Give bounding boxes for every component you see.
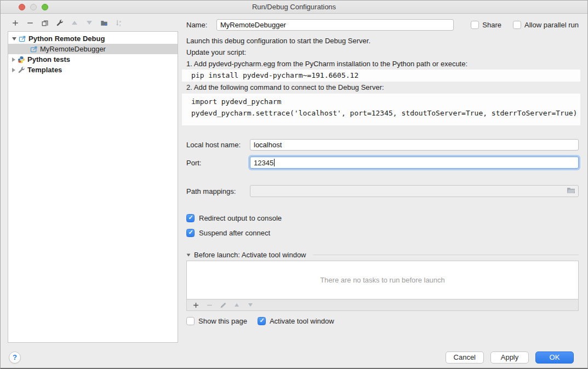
expand-toggle-icon[interactable] xyxy=(12,68,15,72)
allow-parallel-run-checkbox[interactable] xyxy=(513,21,521,29)
description-update-line: Update your script: xyxy=(186,47,579,58)
local-host-label: Local host name: xyxy=(186,141,250,149)
move-up-button[interactable] xyxy=(70,19,79,27)
expand-toggle-icon[interactable] xyxy=(12,57,15,62)
allow-parallel-run-label: Allow parallel run xyxy=(524,21,579,29)
before-launch-task-list[interactable]: There are no tasks to run before launch xyxy=(186,261,579,299)
share-options: Share Allow parallel run xyxy=(471,21,579,29)
description-step2: 2. Add the following command to connect … xyxy=(186,82,579,93)
local-host-input[interactable] xyxy=(250,139,579,151)
suspend-after-connect-row: Suspend after connect xyxy=(186,228,579,237)
arrow-down-icon xyxy=(87,21,92,25)
remote-debug-config-icon xyxy=(19,35,26,43)
help-button[interactable]: ? xyxy=(9,351,21,364)
run-debug-configurations-dialog: Run/Debug Configurations xyxy=(0,0,588,369)
local-host-row: Local host name: xyxy=(186,139,579,151)
pip-install-command: pip install pydevd-pycharm~=191.6605.12 xyxy=(182,70,580,82)
sort-configurations-button[interactable]: az xyxy=(115,19,123,27)
suspend-after-connect-checkbox[interactable] xyxy=(186,229,195,237)
pencil-icon xyxy=(220,302,227,309)
add-task-button[interactable] xyxy=(192,301,199,309)
arrow-up-icon xyxy=(72,21,77,25)
sort-alphabetically-icon: az xyxy=(115,19,123,27)
cancel-button[interactable]: Cancel xyxy=(446,351,484,364)
configurations-tree: Python Remote Debug MyRemoteDebugger Pyt… xyxy=(8,31,178,343)
collapse-toggle-icon[interactable] xyxy=(187,253,191,256)
titlebar: Run/Debug Configurations xyxy=(1,1,587,14)
plus-icon xyxy=(12,19,19,27)
create-folder-button[interactable] xyxy=(100,19,109,27)
path-mappings-row: Path mappings: xyxy=(186,184,579,198)
tree-item-python-remote-debug[interactable]: Python Remote Debug xyxy=(8,33,178,44)
show-this-page-label: Show this page xyxy=(198,317,247,325)
port-label: Port: xyxy=(186,159,250,167)
traffic-lights xyxy=(19,4,48,10)
tree-item-python-tests[interactable]: Python tests xyxy=(8,54,178,65)
tree-item-label: Python Remote Debug xyxy=(28,34,105,43)
description-step1: 1. Add pydevd-pycharm.egg from the PyCha… xyxy=(186,58,579,70)
minimize-window-button[interactable] xyxy=(30,4,37,10)
move-task-up-button[interactable] xyxy=(233,301,241,309)
python-tests-icon xyxy=(18,56,25,64)
text-caret xyxy=(274,159,275,166)
path-mappings-browse-button[interactable] xyxy=(566,187,575,195)
suspend-after-connect-label: Suspend after connect xyxy=(199,229,270,237)
name-row: Name: Share Allow parallel run xyxy=(186,19,579,31)
minus-icon xyxy=(26,19,34,27)
configurations-sidebar: az Python Remote Debug MyRemoteDebugger … xyxy=(1,14,182,347)
question-mark-icon: ? xyxy=(13,353,17,361)
ok-button[interactable]: OK xyxy=(535,351,574,364)
close-window-button[interactable] xyxy=(19,4,25,10)
port-input[interactable]: 12345 xyxy=(250,157,579,169)
edit-templates-button[interactable] xyxy=(55,19,64,27)
svg-text:z: z xyxy=(119,22,121,26)
settrace-snippet-line2: pydevd_pycharm.settrace('localhost', por… xyxy=(191,107,580,119)
settrace-snippet: import pydevd_pycharm pydevd_pycharm.set… xyxy=(182,94,580,125)
arrow-up-icon xyxy=(235,303,239,307)
copy-icon xyxy=(41,19,49,27)
apply-button[interactable]: Apply xyxy=(490,351,529,364)
dialog-footer: ? Cancel Apply OK xyxy=(1,347,587,368)
share-label: Share xyxy=(482,21,501,29)
tree-item-label: Python tests xyxy=(27,55,70,64)
page-options-row: Show this page Activate tool window xyxy=(186,316,579,326)
minus-icon xyxy=(206,302,213,309)
collapse-toggle-icon[interactable] xyxy=(12,37,16,41)
wrench-icon xyxy=(18,66,25,74)
before-launch-toolbar xyxy=(186,299,579,311)
redirect-output-label: Redirect output to console xyxy=(199,214,282,222)
path-mappings-input[interactable] xyxy=(250,185,579,197)
plus-icon xyxy=(192,302,199,309)
remove-task-button[interactable] xyxy=(205,301,213,309)
show-this-page-checkbox[interactable] xyxy=(186,317,195,325)
move-down-button[interactable] xyxy=(85,19,94,27)
share-checkbox[interactable] xyxy=(471,21,479,29)
copy-configuration-button[interactable] xyxy=(41,19,49,27)
port-value: 12345 xyxy=(254,159,273,167)
configuration-editor: Name: Share Allow parallel run Launch th… xyxy=(182,14,587,347)
folder-plus-icon xyxy=(100,19,108,27)
dialog-body: az Python Remote Debug MyRemoteDebugger … xyxy=(1,14,587,347)
tree-item-label: Templates xyxy=(27,66,62,74)
wrench-icon xyxy=(56,19,64,27)
name-input[interactable] xyxy=(216,19,454,31)
tree-item-myremotedebugger[interactable]: MyRemoteDebugger xyxy=(8,44,178,54)
edit-task-button[interactable] xyxy=(219,301,227,309)
remove-configuration-button[interactable] xyxy=(26,19,35,27)
activate-tool-window-checkbox[interactable] xyxy=(258,317,266,325)
tree-item-templates[interactable]: Templates xyxy=(8,65,178,75)
zoom-window-button[interactable] xyxy=(42,4,48,10)
arrow-down-icon xyxy=(248,303,253,307)
description-launch-line: Launch this debug configuration to start… xyxy=(186,35,579,47)
window-title: Run/Debug Configurations xyxy=(1,3,587,11)
before-launch-empty-text: There are no tasks to run before launch xyxy=(320,276,445,284)
path-mappings-label: Path mappings: xyxy=(186,187,250,195)
redirect-output-checkbox[interactable] xyxy=(186,214,195,222)
move-task-down-button[interactable] xyxy=(247,301,254,309)
section-divider xyxy=(313,255,579,255)
sidebar-toolbar: az xyxy=(1,14,182,31)
folder-icon xyxy=(567,187,575,194)
tree-item-label: MyRemoteDebugger xyxy=(40,45,106,53)
add-configuration-button[interactable] xyxy=(11,19,20,27)
before-launch-title: Before launch: Activate tool window xyxy=(194,251,306,259)
